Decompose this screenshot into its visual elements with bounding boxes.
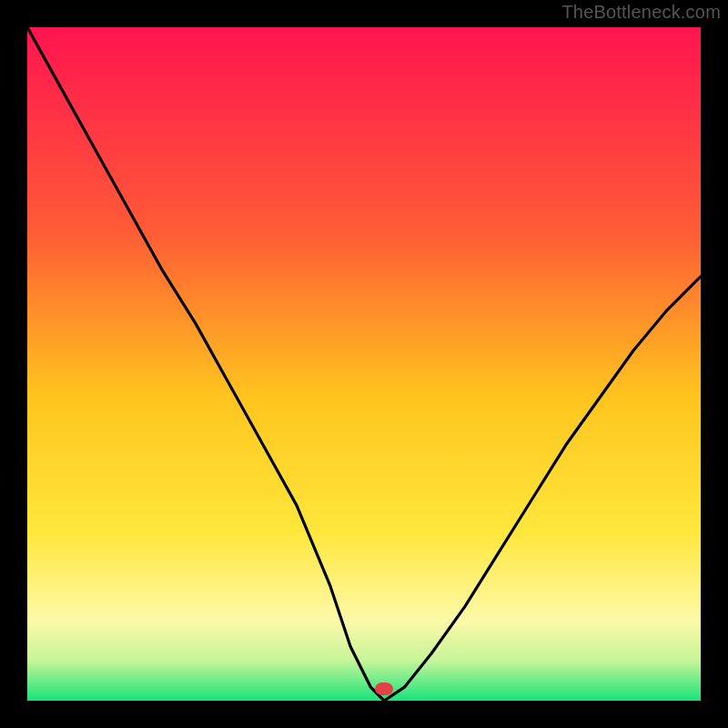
bottleneck-curve — [27, 27, 701, 701]
watermark-text: TheBottleneck.com — [561, 2, 721, 23]
chart-frame: TheBottleneck.com — [0, 0, 728, 728]
plot-area — [27, 27, 701, 701]
optimal-point-marker — [375, 682, 393, 695]
